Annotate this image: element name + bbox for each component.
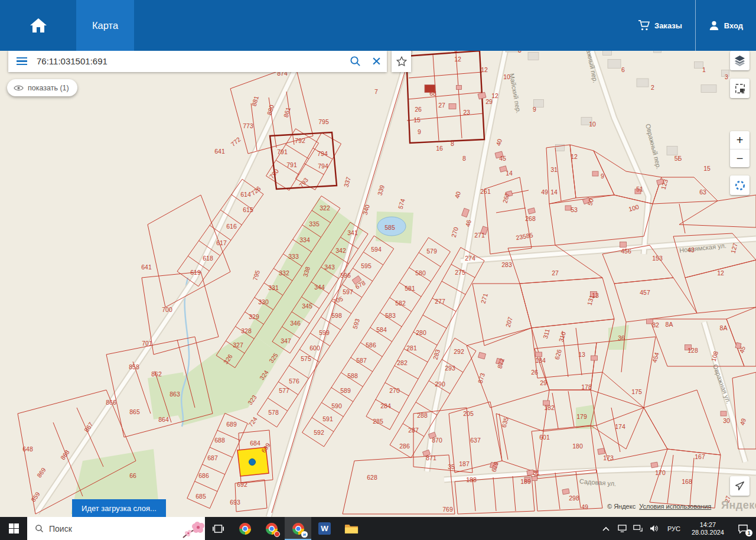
cadastral-map[interactable] [0,0,756,540]
parcel-label: 23 [463,109,470,116]
parcel-label: 614 [240,191,251,198]
menu-button[interactable] [8,50,35,72]
tray-display-button[interactable] [614,517,630,540]
parcel-label: 592 [314,430,324,436]
parcel-label: 271 [474,232,485,239]
zoom-controls: + − [730,131,750,167]
spinner-icon [735,180,745,191]
locate-me-button[interactable] [730,476,750,496]
parcel-label: 10 [503,74,510,80]
search-submit-button[interactable] [344,50,366,72]
parcel-label: 13 [578,352,585,358]
parcel-label: 347 [281,338,291,344]
show-results-button[interactable]: показать (1) [7,79,77,96]
parcel-label: 701 [142,340,152,347]
parcel-label: 189 [520,479,531,485]
chrome-taskbar-icon-3[interactable]: и [285,517,311,540]
language-indicator[interactable]: РУС [662,517,686,540]
tray-hidden-icons-button[interactable] [598,517,614,540]
chrome-taskbar-icon-1[interactable] [232,517,258,540]
parcel-label: 322 [320,205,330,212]
orders-button[interactable]: Заказы [625,0,695,51]
parcel-label: 29 [485,99,493,105]
folder-icon [344,523,359,535]
chrome-icon [238,522,252,536]
parcel-label: 597 [343,289,353,295]
parcel-label: 268 [525,216,536,222]
taskbar-search-box[interactable]: Поиск [27,517,205,540]
parcel-label: 689 [226,421,237,428]
login-button[interactable]: Вход [696,0,756,51]
parcel-label: 328 [241,328,252,334]
parcel-label: 182 [544,405,555,411]
parcel-label: 30 [723,418,730,424]
yandex-copyright: © Яндекс [607,503,636,510]
parcel-label: 188 [466,477,477,483]
svg-text:W: W [321,524,328,533]
parcel-label: 577 [279,388,289,394]
parcel-label: 128 [687,347,698,354]
map-canvas[interactable]: 8748818808617737726417957927917917947947… [0,0,756,540]
parcel-label: 292 [454,349,464,355]
notification-center-button[interactable]: 1 [730,517,756,540]
parcel-label: 641 [141,264,152,271]
start-button[interactable] [0,517,27,540]
parcel-label: 692 [237,482,247,488]
parcel-label: 12 [454,56,461,63]
parcel-label: 285 [373,418,383,425]
parcel-label: 583 [385,313,396,319]
zoom-out-button[interactable]: − [730,149,750,167]
parcel-label: 49 [541,189,548,196]
taskbar-search-placeholder: Поиск [49,524,72,534]
parcel-label: 40 [454,191,461,199]
tab-map-label: Карта [92,20,118,31]
parcel-label: 685 [195,493,206,500]
word-taskbar-icon[interactable]: W [311,517,338,540]
parcel-label: 864 [158,417,169,423]
parcel-label: 8 [451,141,454,147]
windows-logo-icon [9,523,19,534]
favorites-button[interactable] [392,50,411,72]
clear-search-button[interactable] [366,50,387,72]
tray-network-button[interactable] [630,517,646,540]
map-attribution: © Яндекс Условия использования [607,503,711,510]
parcel-label: 283 [501,262,512,268]
file-explorer-taskbar-icon[interactable] [338,517,364,540]
clock[interactable]: 14:27 28.03.2024 [686,517,730,540]
tab-map[interactable]: Карта [76,0,134,51]
parcel-label: 153 [652,255,663,262]
parcel-label: 26 [415,106,422,113]
parcel-label: 10 [589,121,596,128]
parcel-label: 8 [462,155,466,162]
yandex-watermark: Яндекс [721,499,756,512]
parcel-label: 693 [230,499,240,506]
sakura-flower-icon [180,518,204,539]
chrome-taskbar-icon-2[interactable] [258,517,285,540]
task-view-button[interactable] [205,517,232,540]
parcel-label: 14 [550,189,558,196]
layer-loading-banner: Идет загрузка слоя... [72,499,166,517]
parcel-label: 641 [214,148,225,155]
svg-text:1: 1 [748,530,751,536]
parcel-label: 8А [666,321,673,328]
parcel-label: 15 [703,165,711,172]
parcel-label: 619 [190,269,201,276]
parcel-label: 170 [655,470,666,476]
parcel-label: 791 [286,162,297,168]
parcel-label: 615 [243,207,253,213]
zoom-in-button[interactable]: + [730,131,750,149]
extent-select-button[interactable] [730,79,750,98]
layers-button[interactable] [730,51,750,70]
parcel-label: 9 [418,129,421,135]
chevron-up-icon [602,526,610,531]
parcel-label: 31 [550,167,558,173]
parcel-label: 173 [603,455,614,461]
parcel-label: 287 [408,427,419,434]
parcel-label: 9 [533,106,536,113]
terms-of-use-link[interactable]: Условия использования [639,503,711,510]
parcel-label: 617 [216,240,227,246]
search-input[interactable] [35,56,344,67]
parcel-label: 187 [459,461,470,467]
home-button[interactable] [0,0,76,51]
tray-volume-button[interactable] [646,517,662,540]
